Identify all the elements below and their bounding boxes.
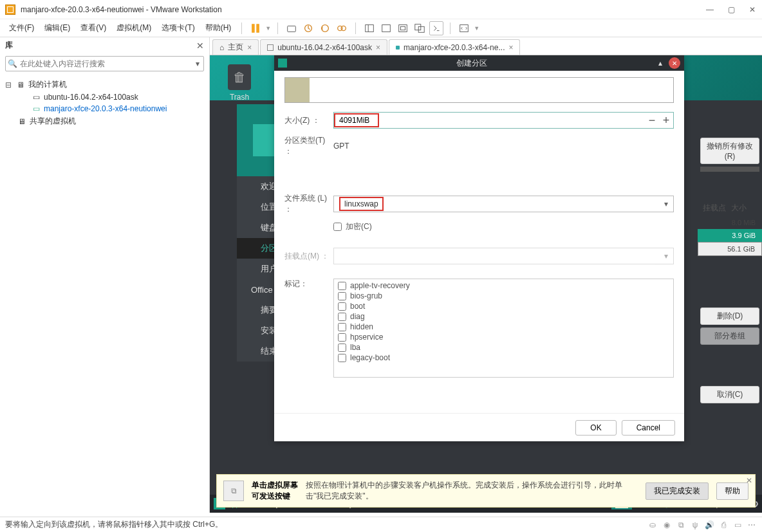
hint-help-button[interactable]: 帮助 — [716, 482, 748, 500]
snapshot-button[interactable] — [301, 21, 315, 35]
guest-desktop[interactable]: 🗑 Trash 欢迎 位置 键盘 分区 用户 Office Sui 摘要 安装 … — [210, 55, 762, 513]
filesystem-select[interactable]: linuxswap ▾ — [333, 196, 674, 212]
menu-tabs[interactable]: 选项卡(T) — [158, 20, 198, 36]
tab-ubuntu[interactable]: ubuntu-16.04.2-x64-100ask× — [260, 39, 387, 55]
ok-button[interactable]: OK — [575, 420, 616, 436]
search-icon: 🔍 — [6, 59, 19, 68]
cancel-button[interactable]: Cancel — [622, 420, 675, 436]
menu-vm[interactable]: 虚拟机(M) — [113, 20, 155, 36]
view-console-popout-button[interactable] — [429, 21, 443, 35]
stretch-dropdown[interactable]: ▼ — [474, 25, 479, 32]
svg-rect-9 — [382, 24, 391, 32]
trash-icon: 🗑 — [228, 64, 251, 90]
vm-tabs: ⌂主页× ubuntu-16.04.2-x64-100ask× manjaro-… — [210, 37, 762, 55]
dialog-minimize[interactable]: ▴ — [655, 57, 666, 69]
usb-icon[interactable]: ψ — [690, 520, 700, 530]
window-close[interactable]: ✕ — [748, 3, 757, 17]
search-input[interactable] — [19, 58, 192, 69]
delete-button[interactable]: 删除(D) — [700, 307, 759, 325]
part-row[interactable]: 8.0 MiB — [698, 216, 762, 229]
size-input-wrap: − + — [333, 112, 674, 129]
flag-item[interactable]: legacy-boot — [335, 353, 672, 363]
snapshot-revert-button[interactable] — [318, 21, 332, 35]
desktop-trash[interactable]: 🗑 Trash — [228, 64, 251, 102]
install-done-button[interactable]: 我已完成安装 — [646, 482, 709, 500]
flag-item[interactable]: lba — [335, 342, 672, 353]
size-label: 大小(Z) ： — [284, 115, 333, 126]
stretch-button[interactable] — [457, 21, 471, 35]
tree-label: ubuntu-16.04.2-x64-100ask — [44, 93, 138, 102]
svg-rect-12 — [415, 24, 421, 30]
ptype-value: GPT — [333, 142, 349, 151]
menu-edit[interactable]: 编辑(E) — [41, 20, 74, 36]
view-console-button[interactable] — [379, 21, 393, 35]
chevron-down-icon: ▾ — [664, 199, 668, 208]
tree-vm-manjaro[interactable]: ▭manjaro-xfce-20.0.3-x64-neutionwei — [3, 103, 207, 115]
menu-view[interactable]: 查看(V) — [77, 20, 110, 36]
hint-icon: ⧉ — [223, 481, 244, 501]
create-partition-dialog: 创建分区 ▴ ✕ 大小(Z) ： − + — [274, 55, 684, 441]
window-minimize[interactable]: — — [705, 3, 715, 17]
net-icon[interactable]: ⧉ — [676, 520, 686, 530]
tree-vm-ubuntu[interactable]: ▭ubuntu-16.04.2-x64-100ask — [3, 91, 207, 103]
svg-point-4 — [322, 24, 329, 32]
flag-item[interactable]: diag — [335, 311, 672, 322]
display-icon[interactable]: ▭ — [732, 520, 743, 530]
view-sidebar-button[interactable] — [362, 21, 376, 35]
svg-rect-11 — [401, 26, 405, 30]
menu-file[interactable]: 文件(F) — [5, 20, 38, 36]
more-icon[interactable]: ⋯ — [747, 520, 757, 530]
part-row[interactable]: 56.1 GiB — [698, 242, 762, 256]
status-text: 要将输入定向到该虚拟机，请将鼠标指针移入其中或按 Ctrl+G。 — [5, 519, 223, 530]
library-close[interactable]: ✕ — [196, 41, 204, 51]
menu-help[interactable]: 帮助(H) — [201, 20, 236, 36]
svg-rect-1 — [257, 24, 259, 32]
svg-point-6 — [341, 26, 346, 30]
tree-shared-vms[interactable]: 🖥共享的虚拟机 — [3, 115, 207, 128]
library-search[interactable]: 🔍 ▾ — [5, 56, 204, 71]
send-cad-button[interactable] — [284, 21, 299, 35]
flag-item[interactable]: apple-tv-recovery — [335, 280, 672, 291]
library-title: 库 — [5, 40, 196, 51]
size-decrease[interactable]: − — [645, 114, 659, 127]
cd-icon[interactable]: ◉ — [662, 520, 672, 530]
tab-home[interactable]: ⌂主页× — [212, 39, 259, 55]
tab-close[interactable]: × — [376, 43, 380, 52]
size-input[interactable] — [335, 115, 378, 126]
size-increase[interactable]: + — [659, 114, 673, 127]
tree-root-mycomputer[interactable]: ⊟🖥 我的计算机 — [3, 78, 207, 91]
pause-dropdown[interactable]: ▼ — [265, 25, 271, 32]
mount-label: 挂载点(M) ： — [284, 251, 333, 262]
pause-button[interactable] — [248, 21, 263, 35]
part-row[interactable]: 3.9 GiB — [698, 229, 762, 242]
view-fullscreen-button[interactable] — [396, 21, 410, 35]
dialog-close[interactable]: ✕ — [669, 57, 680, 69]
window-titlebar: manjaro-xfce-20.0.3-x64-neutionwei - VMw… — [0, 0, 762, 19]
hdd-icon[interactable]: ⛀ — [647, 520, 658, 530]
window-title: manjaro-xfce-20.0.3-x64-neutionwei - VMw… — [21, 5, 705, 14]
volgroup-button[interactable]: 部分卷组 — [700, 327, 759, 345]
install-cancel-button[interactable]: 取消(C) — [700, 386, 759, 403]
view-unity-button[interactable] — [413, 21, 427, 35]
dialog-titlebar[interactable]: 创建分区 ▴ ✕ — [274, 55, 684, 71]
manjaro-icon — [278, 59, 287, 68]
flag-item[interactable]: hidden — [335, 322, 672, 332]
tab-close[interactable]: × — [508, 43, 513, 52]
window-maximize[interactable]: ▢ — [727, 3, 736, 17]
hint-close[interactable]: ✕ — [746, 476, 752, 485]
encrypt-checkbox[interactable]: 加密(C) — [333, 221, 372, 232]
flag-item[interactable]: hpservice — [335, 332, 672, 342]
search-dropdown[interactable]: ▾ — [192, 59, 203, 68]
dialog-title: 创建分区 — [291, 58, 652, 69]
undo-all-button[interactable]: 撤销所有修改(R) — [700, 138, 759, 164]
tab-close[interactable]: × — [247, 43, 252, 52]
flag-item[interactable]: boot — [335, 301, 672, 311]
printer-icon[interactable]: ⎙ — [718, 520, 729, 530]
tab-manjaro[interactable]: manjaro-xfce-20.0.3-x64-ne...× — [389, 39, 520, 55]
flag-item[interactable]: bios-grub — [335, 291, 672, 301]
status-device-icons: ⛀ ◉ ⧉ ψ 🔊 ⎙ ▭ ⋯ — [647, 520, 757, 530]
disk-visual — [284, 77, 674, 103]
sound-icon[interactable]: 🔊 — [704, 520, 714, 530]
hint-bold: 单击虚拟屏幕 可发送按键 — [252, 480, 298, 502]
snapshot-manager-button[interactable] — [335, 21, 349, 35]
